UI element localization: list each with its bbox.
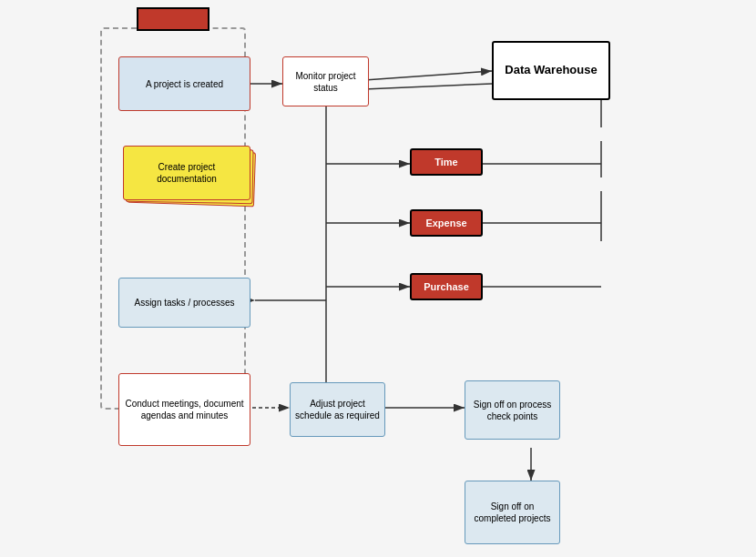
monitor-status-box: Monitor project status: [282, 56, 369, 106]
data-warehouse-text: Data Warehouse: [505, 63, 597, 78]
expense-text: Expense: [425, 217, 466, 229]
svg-line-4: [364, 84, 492, 89]
sign-off-completed-box: Sign off on completed projects: [465, 481, 560, 544]
monitor-status-text: Monitor project status: [287, 70, 364, 94]
sign-off-process-box: Sign off on process check points: [465, 380, 560, 440]
purchase-text: Purchase: [424, 280, 469, 293]
create-docs-box: Create project documentation: [123, 146, 250, 200]
project-created-text: A project is created: [146, 78, 223, 90]
adjust-schedule-text: Adjust project schedule as required: [294, 398, 381, 421]
time-text: Time: [434, 156, 457, 168]
assign-tasks-box: Assign tasks / processes: [118, 278, 250, 328]
svg-line-3: [364, 71, 492, 80]
sign-off-process-text: Sign off on process check points: [469, 399, 556, 422]
conduct-meetings-text: Conduct meetings, document agendas and m…: [123, 398, 246, 421]
time-box: Time: [410, 148, 483, 176]
create-docs-text: Create project documentation: [128, 161, 246, 185]
sign-off-completed-text: Sign off on completed projects: [469, 501, 556, 524]
diagram-area: A project is created Create project docu…: [0, 0, 756, 557]
project-header: [137, 7, 209, 31]
expense-box: Expense: [410, 209, 483, 237]
purchase-box: Purchase: [410, 273, 483, 300]
assign-tasks-text: Assign tasks / processes: [134, 297, 234, 309]
adjust-schedule-box: Adjust project schedule as required: [290, 382, 385, 437]
project-created-box: A project is created: [118, 56, 250, 111]
conduct-meetings-box: Conduct meetings, document agendas and m…: [118, 373, 250, 446]
data-warehouse-box: Data Warehouse: [492, 41, 610, 100]
